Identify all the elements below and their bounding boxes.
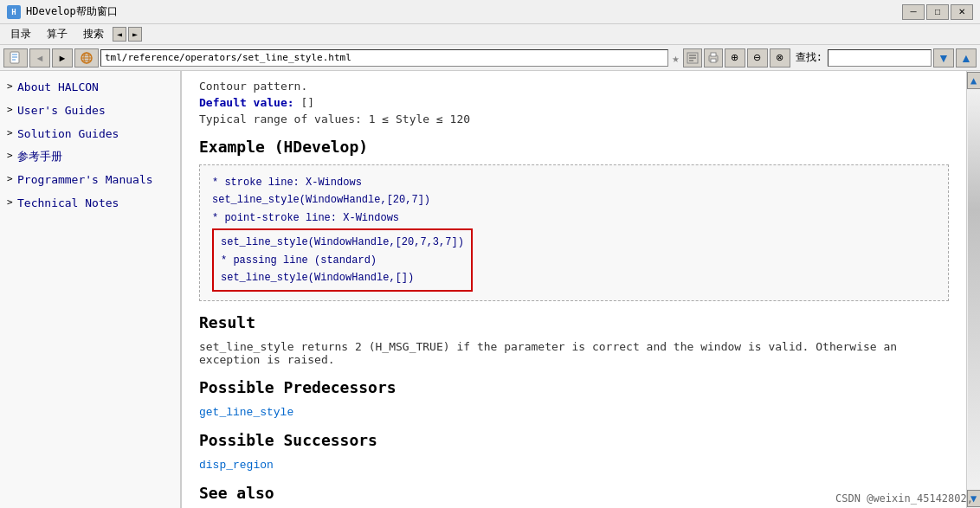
search-down-button[interactable]: ▼ <box>933 48 954 68</box>
svg-rect-14 <box>711 53 716 56</box>
sidebar-item-programmers-manuals[interactable]: Programmer's Manuals <box>3 169 177 192</box>
window-title: HDevelop帮助窗口 <box>26 4 118 19</box>
url-bar[interactable]: tml/reference/operators/set_line_style.h… <box>100 49 668 67</box>
result-text: set_line_style returns 2 (H_MSG_TRUE) if… <box>199 340 949 366</box>
successors-title: Possible Successors <box>199 431 949 449</box>
search-label: 查找: <box>792 50 826 65</box>
menu-item-toc[interactable]: 目录 <box>3 25 38 43</box>
bookmark-list-button[interactable] <box>683 48 702 68</box>
main-layout: About HALCON User's Guides Solution Guid… <box>0 71 980 508</box>
default-label: Default value: <box>199 96 294 109</box>
forward-button[interactable]: ► <box>52 48 73 68</box>
title-bar-left: H HDevelop帮助窗口 <box>7 4 118 19</box>
code-line-2: * point-stroke line: X-Windows <box>212 209 936 227</box>
close-button[interactable]: ✕ <box>951 4 973 20</box>
zoom-out-button[interactable]: ⊖ <box>747 48 768 68</box>
back-button[interactable]: ◄ <box>29 48 50 68</box>
right-strip-top-btn[interactable]: ▲ <box>967 72 981 89</box>
typical-range-text: Typical range of values: 1 ≤ Style ≤ 120 <box>199 113 949 125</box>
menu-item-operators[interactable]: 算子 <box>40 25 74 43</box>
window-controls: ─ □ ✕ <box>902 4 973 20</box>
watermark: CSDN @weixin_45142802, <box>835 492 973 505</box>
menu-arrow-right[interactable]: ► <box>128 27 142 42</box>
default-value: [] <box>300 96 314 109</box>
menu-bar: 目录 算子 搜索 ◄ ► <box>0 24 980 45</box>
predecessors-title: Possible Predecessors <box>199 378 949 396</box>
menu-arrow-left[interactable]: ◄ <box>113 27 126 42</box>
search-input[interactable] <box>828 49 932 67</box>
successor-link[interactable]: disp_region <box>199 459 274 472</box>
content-area[interactable]: Contour pattern. Default value: [] Typic… <box>182 71 966 508</box>
right-strip: ▲ ▼ <box>966 71 980 508</box>
title-bar: H HDevelop帮助窗口 ─ □ ✕ <box>0 0 980 24</box>
sidebar-item-about-halcon[interactable]: About HALCON <box>3 76 177 100</box>
sidebar-item-reference[interactable]: 参考手册 <box>3 145 177 169</box>
code-line-1: set_line_style(WindowHandle,[20,7]) <box>212 191 936 209</box>
menu-item-search[interactable]: 搜索 <box>76 25 111 43</box>
code-block: * stroke line: X-Windows set_line_style(… <box>199 164 949 301</box>
home-button[interactable] <box>74 48 99 68</box>
print-button[interactable] <box>704 48 723 68</box>
search-up-button[interactable]: ▲ <box>956 48 977 68</box>
predecessor-link[interactable]: get_line_style <box>199 406 293 419</box>
app-icon: H <box>7 5 21 19</box>
sidebar: About HALCON User's Guides Solution Guid… <box>0 71 182 508</box>
minimize-button[interactable]: ─ <box>902 4 925 20</box>
code-line-5: set_line_style(WindowHandle,[]) <box>221 269 464 286</box>
zoom-in-button[interactable]: ⊕ <box>725 48 745 68</box>
code-line-3: set_line_style(WindowHandle,[20,7,3,7]) <box>221 234 464 251</box>
code-highlight-block: set_line_style(WindowHandle,[20,7,3,7]) … <box>212 228 473 292</box>
default-value-line: Default value: [] <box>199 96 949 109</box>
toolbar: ◄ ► tml/reference/operators/set_line_sty… <box>0 45 980 71</box>
contour-pattern-text: Contour pattern. <box>199 80 949 93</box>
maximize-button[interactable]: □ <box>926 4 949 20</box>
result-title: Result <box>199 313 949 331</box>
sidebar-item-users-guides[interactable]: User's Guides <box>3 100 177 123</box>
bookmark-star[interactable]: ★ <box>670 51 680 65</box>
sidebar-item-solution-guides[interactable]: Solution Guides <box>3 123 177 146</box>
example-title: Example (HDevelop) <box>199 138 949 156</box>
code-line-0: * stroke line: X-Windows <box>212 174 936 191</box>
sidebar-item-technical-notes[interactable]: Technical Notes <box>3 192 177 215</box>
toolbar-icon-page[interactable] <box>3 48 28 68</box>
zoom-other-button[interactable]: ⊗ <box>770 48 790 68</box>
code-line-4: * passing line (standard) <box>221 252 464 269</box>
svg-rect-15 <box>711 59 716 62</box>
